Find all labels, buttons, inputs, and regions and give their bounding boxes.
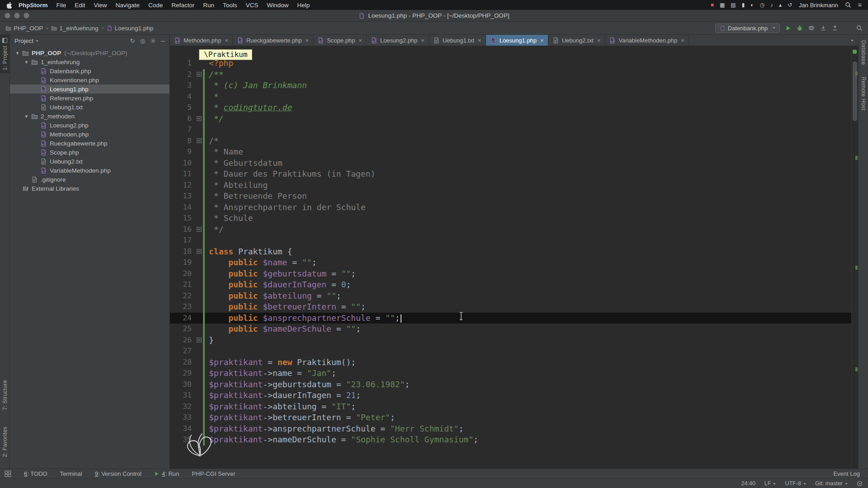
menu-tools[interactable]: Tools bbox=[223, 2, 237, 9]
code-line[interactable]: 12 * Abteilung bbox=[170, 180, 851, 191]
tree-item[interactable]: <?Scope.php bbox=[10, 148, 170, 157]
code-line[interactable]: 2−/** bbox=[170, 69, 851, 80]
fold-marker-icon[interactable]: − bbox=[195, 136, 203, 147]
code-line[interactable]: 31$praktikant->dauerInTagen = 21; bbox=[170, 390, 851, 401]
menu-edit[interactable]: Edit bbox=[75, 2, 85, 9]
debug-button[interactable] bbox=[797, 25, 803, 31]
toolwindow-button-php-cgi-server[interactable]: PHP-CGI Server bbox=[192, 470, 235, 477]
tab-close-icon[interactable]: × bbox=[540, 37, 544, 44]
code-line[interactable]: 28$praktikant = new Praktikum(); bbox=[170, 357, 851, 368]
code-line[interactable]: 17 bbox=[170, 235, 851, 246]
tree-item[interactable]: External Libraries bbox=[10, 184, 170, 193]
encoding-select[interactable]: UTF-8 bbox=[785, 480, 806, 487]
hector-inspections-icon[interactable] bbox=[857, 481, 863, 487]
run-button[interactable] bbox=[785, 25, 791, 31]
tree-expand-icon[interactable]: ▼ bbox=[23, 60, 30, 65]
breadcrumb-item[interactable]: 1_einfuehrung bbox=[51, 25, 98, 32]
vcs-commit-button[interactable] bbox=[832, 25, 838, 31]
tab-close-icon[interactable]: × bbox=[478, 37, 481, 44]
toolwindow-button-6-todo[interactable]: 6: TODO bbox=[24, 470, 47, 477]
tab-close-icon[interactable]: × bbox=[225, 37, 228, 44]
tab-close-icon[interactable]: × bbox=[359, 37, 362, 44]
tree-item[interactable]: Uebung1.txt bbox=[10, 103, 170, 112]
vcs-update-button[interactable] bbox=[820, 25, 826, 31]
inspection-status-icon[interactable] bbox=[853, 50, 857, 54]
editor-tab[interactable]: <?Loesung2.php× bbox=[367, 35, 429, 46]
code-line[interactable]: 32$praktikant->abteilung = "IT"; bbox=[170, 401, 851, 413]
fold-marker-icon[interactable]: − bbox=[195, 335, 203, 346]
code-line[interactable]: 30$praktikant->geburtsdatum = "23.06.198… bbox=[170, 379, 851, 390]
code-line[interactable]: 33$praktikant->betreuerIntern = "Peter"; bbox=[170, 412, 851, 423]
breadcrumb-item[interactable]: Loesung1.php bbox=[107, 25, 154, 32]
code-line[interactable]: 5 * codingtutor.de bbox=[170, 102, 851, 113]
menubar-user[interactable]: Jan Brinkmann bbox=[799, 2, 838, 9]
refresh-icon[interactable]: ↻ bbox=[130, 38, 135, 44]
tree-item[interactable]: <?Rueckgabewerte.php bbox=[10, 139, 170, 148]
code-area[interactable]: 1<?php2−/**3 * (c) Jan Brinkmann4 *5 * c… bbox=[170, 58, 851, 446]
apple-menu-icon[interactable] bbox=[6, 2, 12, 9]
clock-icon[interactable]: ◷ bbox=[760, 2, 764, 8]
fold-marker-icon[interactable]: − bbox=[195, 224, 203, 235]
tree-item[interactable]: <?Loesung2.php bbox=[10, 121, 170, 130]
scrollbar-thumb[interactable] bbox=[853, 61, 857, 121]
code-line[interactable]: 19 public $name = ""; bbox=[170, 257, 851, 268]
tab-close-icon[interactable]: × bbox=[681, 37, 684, 44]
code-line[interactable]: 16− */ bbox=[170, 224, 851, 235]
spotlight-search-icon[interactable] bbox=[845, 2, 851, 8]
menu-phpstorm[interactable]: PhpStorm bbox=[19, 2, 48, 9]
minimize-window-icon[interactable] bbox=[14, 13, 20, 19]
toolwindow-button-terminal[interactable]: Terminal bbox=[60, 470, 82, 477]
editor-tab[interactable]: <?Rueckgabewerte.php× bbox=[233, 35, 313, 46]
code-line[interactable]: 27 bbox=[170, 346, 851, 357]
code-line[interactable]: 7 bbox=[170, 124, 851, 136]
code-line[interactable]: 22 public $abteilung = ""; bbox=[170, 291, 851, 302]
code-line[interactable]: 21 public $dauerInTagen = 0; bbox=[170, 279, 851, 291]
menu-run[interactable]: Run bbox=[203, 2, 214, 9]
tab-close-icon[interactable]: × bbox=[421, 37, 425, 44]
toolwindow-button-favorites[interactable]: 2: Favorites bbox=[2, 427, 8, 457]
tab-close-icon[interactable]: × bbox=[306, 37, 309, 44]
code-line[interactable]: 6− */ bbox=[170, 113, 851, 125]
time-machine-icon[interactable]: ↺ bbox=[788, 2, 792, 8]
battery-icon[interactable]: ▮ bbox=[742, 2, 745, 8]
code-line[interactable]: 20 public $geburtsdatum = ""; bbox=[170, 268, 851, 280]
tree-item[interactable]: <?VariableMethoden.php bbox=[10, 166, 170, 175]
zoom-window-icon[interactable] bbox=[24, 13, 29, 19]
code-line[interactable]: 14 * Ansprechpartner in der Schule bbox=[170, 202, 851, 213]
gear-icon[interactable] bbox=[150, 38, 156, 44]
tree-item[interactable]: ▼2_methoden bbox=[10, 112, 170, 121]
search-everywhere-button[interactable] bbox=[856, 25, 863, 31]
code-line[interactable]: 35$praktikant->nameDerSchule = "Sophie S… bbox=[170, 434, 851, 446]
tree-item[interactable]: <?Methoden.php bbox=[10, 130, 170, 139]
code-line[interactable]: 25 public $nameDerSchule = ""; bbox=[170, 324, 851, 335]
editor-tab[interactable]: <?VariableMethoden.php× bbox=[605, 35, 689, 46]
code-line[interactable]: 26−} bbox=[170, 335, 851, 346]
code-line[interactable]: 18−class Praktikum { bbox=[170, 246, 851, 258]
menu-vcs[interactable]: VCS bbox=[245, 2, 258, 9]
volume-icon[interactable]: ♪ bbox=[770, 2, 773, 8]
menu-file[interactable]: File bbox=[57, 2, 66, 9]
code-line[interactable]: 24 public $ansprechpartnerSchule = ""; bbox=[170, 313, 851, 324]
tree-item[interactable]: <?Konventionen.php bbox=[10, 75, 170, 84]
hide-panel-icon[interactable]: ─ bbox=[161, 38, 165, 44]
keyboard-icon[interactable]: ▤ bbox=[731, 2, 736, 8]
display-icon[interactable]: ▦ bbox=[720, 2, 725, 8]
editor-scrollbar[interactable] bbox=[851, 46, 858, 469]
code-line[interactable]: 23 public $betreuerIntern = ""; bbox=[170, 301, 851, 313]
project-view-select[interactable]: Project bbox=[14, 38, 38, 44]
notification-center-icon[interactable]: ≡ bbox=[858, 1, 862, 9]
menu-refactor[interactable]: Refactor bbox=[171, 2, 194, 9]
tree-expand-icon[interactable]: ▼ bbox=[23, 114, 30, 119]
bluetooth-icon[interactable]: ▴ bbox=[779, 2, 782, 8]
git-branch-select[interactable]: Git: master bbox=[815, 480, 848, 487]
code-line[interactable]: 10 * Geburtsdatum bbox=[170, 158, 851, 169]
menu-window[interactable]: Window bbox=[267, 2, 288, 9]
code-line[interactable]: 8−/* bbox=[170, 136, 851, 147]
fold-marker-icon[interactable]: − bbox=[195, 246, 203, 258]
code-line[interactable]: 11 * Dauer des Praktikums (in Tagen) bbox=[170, 169, 851, 180]
close-window-icon[interactable] bbox=[5, 13, 10, 19]
tree-item[interactable]: Uebung2.txt bbox=[10, 157, 170, 166]
editor-tab[interactable]: <?Methoden.php× bbox=[170, 35, 233, 46]
toolwindow-button-project[interactable]: 1: Project bbox=[0, 35, 9, 73]
toolwindow-button-database[interactable]: Database bbox=[860, 40, 867, 65]
